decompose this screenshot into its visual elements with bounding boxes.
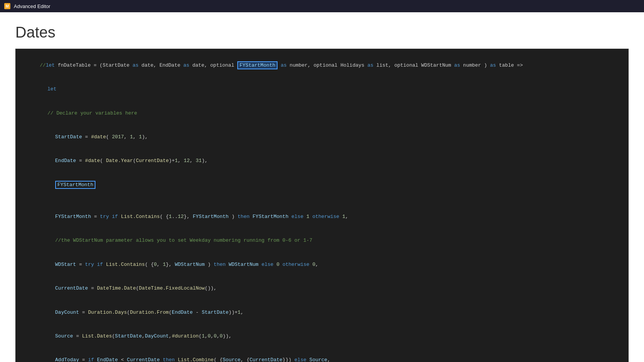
page-title: Dates bbox=[15, 24, 629, 41]
code-line-5: EndDate = #date( Date.Year(CurrentDate)+… bbox=[22, 149, 622, 173]
title-bar-text: Advanced Editor bbox=[14, 3, 50, 9]
code-line-2: let bbox=[22, 77, 622, 101]
code-line-1: //let fnDateTable = (StartDate as date, … bbox=[22, 54, 622, 77]
app-icon: M bbox=[4, 3, 11, 10]
code-line-4: StartDate = #date( 2017, 1, 1), bbox=[22, 125, 622, 149]
code-line-10: CurrentDate = DateTime.Date(DateTime.Fix… bbox=[22, 277, 622, 300]
code-line-13: AddToday = if EndDate < CurrentDate then… bbox=[22, 348, 622, 362]
title-bar: M Advanced Editor bbox=[0, 0, 644, 12]
code-line-7: FYStartMonth = try if List.Contains( {1.… bbox=[22, 205, 622, 229]
code-line-12: Source = List.Dates(StartDate,DayCount,#… bbox=[22, 324, 622, 348]
code-line-3: // Declare your variables here bbox=[22, 102, 622, 125]
code-line-9: WDStart = try if List.Contains( {0, 1}, … bbox=[22, 253, 622, 277]
svg-text:M: M bbox=[6, 4, 9, 8]
code-line-6: FYStartMonth bbox=[22, 173, 622, 197]
code-editor[interactable]: //let fnDateTable = (StartDate as date, … bbox=[15, 49, 629, 362]
code-line-11: DayCount = Duration.Days(Duration.From(E… bbox=[22, 301, 622, 324]
code-line-8: //the WDStartNum parameter allows you to… bbox=[22, 229, 622, 253]
main-content: Dates //let fnDateTable = (StartDate as … bbox=[0, 12, 644, 362]
code-line-blank bbox=[22, 197, 622, 205]
